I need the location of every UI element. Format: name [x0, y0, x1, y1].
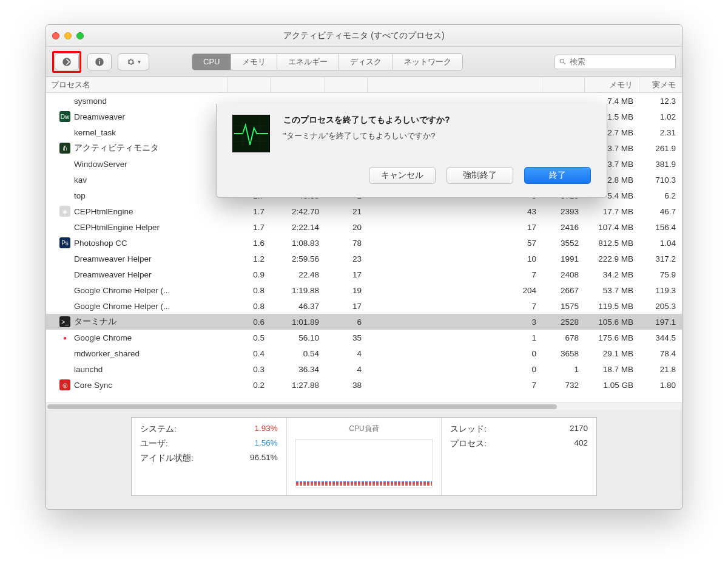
- cell-real: 710.3: [639, 175, 682, 185]
- cell-cpu: 0.3: [228, 365, 271, 374]
- cell-cpu: 0.8: [228, 286, 271, 295]
- footer-right: スレッド:2170 プロセス:402: [441, 418, 596, 495]
- cancel-button[interactable]: キャンセル: [369, 167, 436, 184]
- cell-time: 1:08.83: [271, 239, 325, 248]
- search-field[interactable]: [554, 55, 676, 69]
- cell-mem: 18.7 MB: [585, 365, 639, 374]
- cell-time: 1:01.89: [271, 317, 325, 327]
- cell-time: 36.34: [271, 365, 325, 374]
- cell-real: 2.31: [639, 128, 682, 137]
- cell-th: 17: [325, 302, 368, 311]
- table-header: プロセス名 メモリ 実メモ: [46, 77, 682, 93]
- table-row[interactable]: Google Chrome Helper (...0.846.371771575…: [46, 298, 682, 314]
- maximize-icon[interactable]: [76, 32, 84, 39]
- minimize-icon[interactable]: [64, 32, 72, 39]
- table-row[interactable]: Dreamweaver Helper0.922.48177240834.2 MB…: [46, 267, 682, 282]
- cell-th: 6: [325, 317, 368, 327]
- app-icon: ◈: [59, 206, 70, 217]
- process-name: ターミナル: [74, 316, 228, 327]
- cell-th: 17: [325, 270, 368, 279]
- footer-center: CPU負荷: [286, 418, 442, 495]
- app-icon: [59, 300, 70, 311]
- tab-memory[interactable]: メモリ: [231, 54, 277, 70]
- col-cpu[interactable]: [228, 77, 271, 92]
- settings-button[interactable]: ▾: [118, 53, 149, 70]
- cell-id: 43: [500, 207, 542, 216]
- cell-real: 1.80: [639, 381, 682, 390]
- col-real[interactable]: 実メモ: [639, 77, 682, 92]
- app-icon: [59, 253, 70, 264]
- cell-mem: 107.4 MB: [585, 223, 639, 232]
- cell-mem: 119.5 MB: [585, 302, 639, 311]
- table-row[interactable]: mdworker_shared0.40.5440365829.1 MB78.4: [46, 345, 682, 361]
- table-row[interactable]: CEPHtmlEngine Helper1.72:22.142017241610…: [46, 219, 682, 235]
- horizontal-scrollbar[interactable]: [46, 402, 682, 410]
- cpu-load-title: CPU負荷: [295, 424, 433, 434]
- col-idle[interactable]: [500, 77, 542, 92]
- table-row[interactable]: PsPhotoshop CC1.61:08.8378573552812.5 MB…: [46, 235, 682, 251]
- table-row[interactable]: ●Google Chrome0.556.10351678175.6 MB344.…: [46, 330, 682, 345]
- cell-mem: 1.05 GB: [585, 381, 639, 390]
- col-pid[interactable]: [542, 77, 585, 92]
- info-button[interactable]: [87, 53, 112, 70]
- cell-real: 156.4: [639, 223, 682, 232]
- tab-cpu[interactable]: CPU: [192, 54, 231, 70]
- col-name[interactable]: プロセス名: [46, 77, 228, 92]
- process-name: kernel_task: [74, 128, 228, 137]
- table-row[interactable]: Google Chrome Helper (...0.81:19.8819204…: [46, 282, 682, 298]
- table-row[interactable]: ◎Core Sync0.21:27.883877321.05 GB1.80: [46, 377, 682, 393]
- cell-cpu: 0.4: [228, 349, 271, 358]
- cell-real: 317.2: [639, 254, 682, 263]
- tab-network[interactable]: ネットワーク: [393, 54, 462, 70]
- table-row[interactable]: ◈CEPHtmlEngine1.72:42.702143239317.7 MB4…: [46, 203, 682, 219]
- window-title: アクティビティモニタ (すべてのプロセス): [46, 30, 682, 41]
- process-name: Photoshop CC: [74, 239, 228, 248]
- cell-mem: 175.6 MB: [585, 333, 639, 342]
- cell-real: 261.9: [639, 144, 682, 153]
- toolbar: ▾ CPU メモリ エネルギー ディスク ネットワーク: [46, 47, 682, 77]
- scroll-thumb[interactable]: [47, 404, 557, 409]
- table-row[interactable]: Dreamweaver Helper1.22:59.5623101991222.…: [46, 251, 682, 267]
- table-row[interactable]: launchd0.336.3440118.7 MB21.8: [46, 361, 682, 377]
- app-icon: ⫚: [59, 143, 70, 154]
- app-icon: [59, 190, 70, 201]
- dialog-title: このプロセスを終了してもよろしいですか?: [283, 115, 450, 126]
- cell-time: 2:42.70: [271, 207, 325, 216]
- stop-process-button[interactable]: [55, 53, 79, 70]
- cell-mem: 812.5 MB: [585, 239, 639, 248]
- process-name: アクティビティモニタ: [74, 143, 228, 154]
- activity-monitor-icon: [232, 115, 270, 152]
- cell-time: 56.10: [271, 333, 325, 342]
- app-icon: [59, 95, 70, 106]
- table-row[interactable]: >_ターミナル0.61:01.89632528105.6 MB197.1: [46, 314, 682, 330]
- tab-disk[interactable]: ディスク: [339, 54, 393, 70]
- col-mem[interactable]: メモリ: [585, 77, 639, 92]
- process-name: Core Sync: [74, 381, 228, 390]
- cell-pid: 2416: [542, 223, 585, 232]
- search-input[interactable]: [570, 57, 672, 66]
- tab-group: CPU メモリ エネルギー ディスク ネットワーク: [192, 53, 463, 70]
- val-threads: 2170: [570, 424, 588, 435]
- cell-real: 381.9: [639, 160, 682, 169]
- app-icon: [59, 174, 70, 185]
- cell-id: 17: [500, 223, 542, 232]
- cell-cpu: 0.5: [228, 333, 271, 342]
- cell-time: 0.54: [271, 349, 325, 358]
- close-icon[interactable]: [52, 32, 59, 39]
- app-icon: ◎: [59, 379, 70, 390]
- cell-real: 12.3: [639, 97, 682, 106]
- cell-id: 7: [500, 270, 542, 279]
- tab-energy[interactable]: エネルギー: [277, 54, 339, 70]
- col-time[interactable]: [271, 77, 325, 92]
- col-threads[interactable]: [325, 77, 368, 92]
- cell-real: 344.5: [639, 333, 682, 342]
- quit-button[interactable]: 終了: [524, 167, 591, 184]
- app-icon: Dw: [59, 111, 70, 122]
- cell-id: 7: [500, 381, 542, 390]
- svg-rect-4: [99, 61, 100, 64]
- cell-th: 4: [325, 349, 368, 358]
- force-quit-button[interactable]: 強制終了: [447, 167, 513, 184]
- cell-cpu: 0.9: [228, 270, 271, 279]
- process-name: mdworker_shared: [74, 349, 228, 358]
- cell-th: 23: [325, 254, 368, 263]
